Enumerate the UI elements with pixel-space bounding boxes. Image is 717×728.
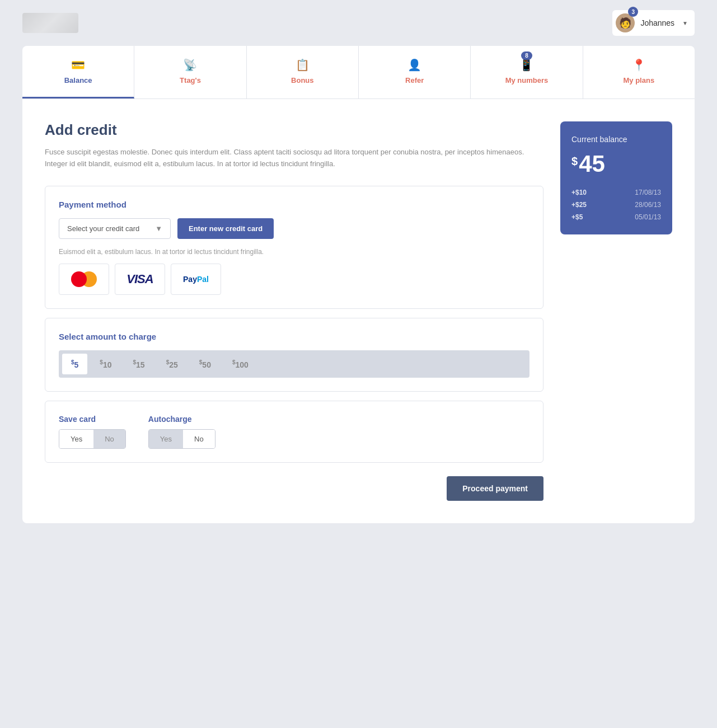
- history-amount-2: +$5: [571, 213, 583, 221]
- save-card-yes-button[interactable]: Yes: [59, 430, 93, 448]
- balance-history: +$10 17/08/13 +$25 28/06/13 +$5 05/01/13: [571, 189, 661, 221]
- tab-my-numbers-label: My numbers: [505, 76, 549, 84]
- history-date-1: 28/06/13: [635, 201, 661, 209]
- autocharge-toggle: Yes No: [148, 429, 215, 449]
- bonus-icon: 📋: [296, 58, 310, 72]
- navigation-tabs: 💳 Balance 📡 Ttag's 📋 Bonus 👤 Refer 8 📱 M…: [22, 46, 695, 99]
- mastercard-option[interactable]: [59, 264, 109, 295]
- balance-card: Current balance $ 45 +$10 17/08/13 +$25 …: [560, 121, 672, 234]
- save-card-toggle: Yes No: [59, 429, 126, 449]
- payment-method-title: Payment method: [59, 200, 529, 209]
- history-date-0: 17/08/13: [635, 189, 661, 196]
- amount-15-button[interactable]: $15: [124, 354, 154, 375]
- mc-red-circle: [71, 271, 87, 287]
- autocharge-no-button[interactable]: No: [183, 430, 215, 448]
- history-amount-0: +$10: [571, 189, 587, 196]
- tab-balance[interactable]: 💳 Balance: [22, 46, 134, 98]
- content-area: Add credit Fusce suscipit egestas molest…: [22, 99, 695, 523]
- my-plans-icon: 📍: [632, 58, 646, 72]
- payment-helper-text: Euismod elit a, estibulum lacus. In at t…: [59, 248, 529, 256]
- history-row-1: +$25 28/06/13: [571, 201, 661, 209]
- tab-my-numbers[interactable]: 8 📱 My numbers: [471, 46, 583, 98]
- notification-badge: 3: [628, 7, 638, 17]
- amount-5-button[interactable]: $5: [62, 354, 87, 375]
- chevron-down-icon: ▼: [682, 20, 688, 26]
- amount-title: Select amount to charge: [59, 332, 529, 341]
- payment-method-row: Select your credit card ▼ Enter new cred…: [59, 218, 529, 239]
- refer-icon: 👤: [407, 58, 421, 72]
- enter-new-card-button[interactable]: Enter new credit card: [177, 218, 274, 239]
- options-section: Save card Yes No Autocharge Yes No: [45, 401, 543, 463]
- balance-amount: $ 45: [571, 151, 661, 177]
- tab-refer[interactable]: 👤 Refer: [359, 46, 471, 98]
- tab-my-plans[interactable]: 📍 My plans: [583, 46, 695, 98]
- header: 3 🧑 Johannes ▼: [0, 0, 717, 46]
- amount-section: Select amount to charge $5 $10 $15 $25 $…: [45, 318, 543, 392]
- mastercard-logo: [71, 271, 97, 287]
- my-numbers-badge: 8: [521, 51, 532, 60]
- tab-refer-label: Refer: [405, 76, 424, 84]
- username: Johannes: [640, 18, 674, 27]
- ttags-icon: 📡: [183, 58, 197, 72]
- left-panel: Add credit Fusce suscipit egestas molest…: [45, 121, 543, 501]
- balance-value: 45: [579, 151, 605, 177]
- proceed-row: Proceed payment: [45, 476, 543, 501]
- paypal-logo: PayPal: [183, 275, 209, 284]
- visa-logo: VISA: [126, 272, 153, 286]
- balance-title: Current balance: [571, 135, 661, 144]
- tab-bonus[interactable]: 📋 Bonus: [247, 46, 359, 98]
- main-container: 💳 Balance 📡 Ttag's 📋 Bonus 👤 Refer 8 📱 M…: [22, 46, 695, 523]
- select-placeholder: Select your credit card: [67, 224, 139, 233]
- save-card-label: Save card: [59, 415, 126, 424]
- user-profile-menu[interactable]: 3 🧑 Johannes ▼: [612, 10, 695, 36]
- payment-method-section: Payment method Select your credit card ▼…: [45, 186, 543, 309]
- tab-bonus-label: Bonus: [291, 76, 313, 84]
- amount-10-button[interactable]: $10: [91, 354, 120, 375]
- tab-ttags-label: Ttag's: [180, 76, 201, 84]
- history-date-2: 05/01/13: [635, 213, 661, 221]
- balance-currency-symbol: $: [571, 155, 578, 168]
- history-row-2: +$5 05/01/13: [571, 213, 661, 221]
- card-logos-row: VISA PayPal: [59, 264, 529, 295]
- amount-25-button[interactable]: $25: [157, 354, 187, 375]
- logo: [22, 13, 78, 33]
- amount-options: $5 $10 $15 $25 $50 $100: [59, 350, 529, 378]
- page-title: Add credit: [45, 121, 543, 139]
- tab-ttags[interactable]: 📡 Ttag's: [134, 46, 246, 98]
- history-amount-1: +$25: [571, 201, 587, 209]
- autocharge-yes-button[interactable]: Yes: [149, 430, 183, 448]
- paypal-ay: Pal: [197, 275, 209, 284]
- visa-option[interactable]: VISA: [115, 264, 165, 295]
- autocharge-label: Autocharge: [148, 415, 215, 424]
- save-card-no-button[interactable]: No: [93, 430, 125, 448]
- balance-icon: 💳: [71, 58, 85, 72]
- proceed-payment-button[interactable]: Proceed payment: [447, 476, 543, 501]
- save-card-group: Save card Yes No: [59, 415, 126, 449]
- autocharge-group: Autocharge Yes No: [148, 415, 215, 449]
- select-arrow-icon: ▼: [155, 224, 162, 233]
- page-description: Fusce suscipit egestas molestie. Donec q…: [45, 147, 543, 170]
- amount-50-button[interactable]: $50: [190, 354, 220, 375]
- tab-balance-label: Balance: [64, 76, 92, 84]
- right-panel: Current balance $ 45 +$10 17/08/13 +$25 …: [560, 121, 672, 501]
- paypal-option[interactable]: PayPal: [171, 264, 221, 295]
- history-row-0: +$10 17/08/13: [571, 189, 661, 196]
- credit-card-select[interactable]: Select your credit card ▼: [59, 218, 171, 239]
- toggles-row: Save card Yes No Autocharge Yes No: [59, 415, 529, 449]
- amount-100-button[interactable]: $100: [223, 354, 257, 375]
- paypal-pp: Pay: [183, 275, 197, 284]
- tab-my-plans-label: My plans: [623, 76, 654, 84]
- my-numbers-icon: 📱: [519, 58, 533, 72]
